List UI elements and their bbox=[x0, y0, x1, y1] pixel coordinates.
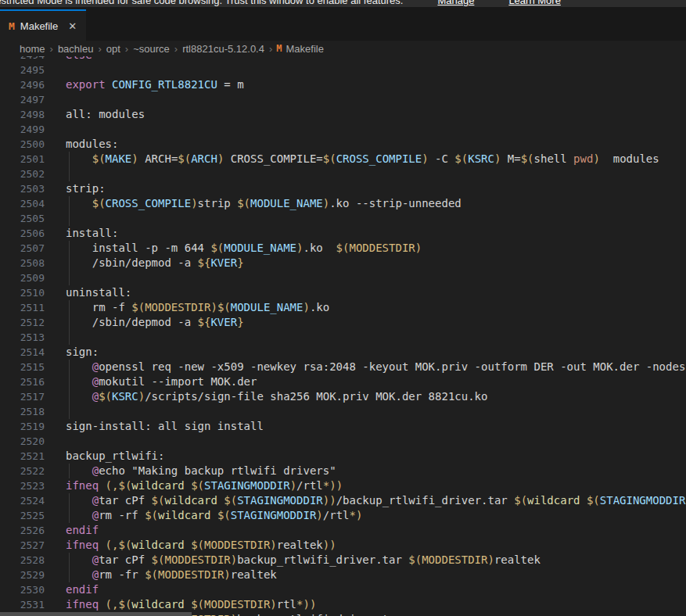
token-punc: ) bbox=[191, 197, 197, 210]
token-punc: $( bbox=[92, 152, 106, 165]
code-line[interactable]: 2515 @openssl req -new -x509 -newkey rsa… bbox=[0, 360, 686, 374]
line-number: 2505 bbox=[0, 211, 45, 226]
token-var: STAGINGMODDIR bbox=[600, 494, 686, 507]
code-line[interactable]: 2528 @tar cPf $(MODDESTDIR)backup_rtlwif… bbox=[0, 553, 686, 568]
code-line[interactable]: 2523ifneq (,$(wildcard $(STAGINGMODDIR)/… bbox=[0, 478, 686, 493]
code-line[interactable]: 2529 @rm -fr $(MODDESTDIR)realtek bbox=[0, 568, 686, 582]
close-icon[interactable]: ✕ bbox=[68, 20, 77, 32]
code-line[interactable]: 2511 rm -f $(MODDESTDIR)$(MODULE_NAME).k… bbox=[0, 300, 686, 315]
token-punc: ) bbox=[316, 509, 322, 521]
line-content: @rm -rf $(wildcard $(STAGINGMODDIR)/rtl*… bbox=[66, 508, 362, 523]
token-punc: $( bbox=[217, 301, 231, 313]
code-line[interactable]: 2509 bbox=[0, 270, 686, 285]
token-punc: ) bbox=[131, 152, 138, 165]
token-txt: modules bbox=[600, 152, 659, 165]
code-line[interactable]: 2513 bbox=[0, 330, 686, 345]
token-punc: $(MODDESTDIR) bbox=[145, 568, 231, 581]
token-kw: ifneq bbox=[66, 539, 99, 551]
code-line[interactable]: 2526endif bbox=[0, 523, 686, 538]
code-line[interactable]: 2527ifneq (,$(wildcard $(MODDESTDIR)real… bbox=[0, 538, 686, 553]
code-line[interactable]: 2519sign-install: all sign install bbox=[0, 419, 686, 434]
code-line[interactable]: 2499 bbox=[0, 122, 686, 137]
line-content: /sbin/depmod -a ${KVER} bbox=[66, 256, 244, 270]
code-line[interactable]: 2505 bbox=[0, 211, 686, 226]
token-punc: *)) bbox=[296, 598, 316, 611]
token-txt: /rtl bbox=[323, 509, 350, 521]
breadcrumb-file[interactable]: MMakefile bbox=[276, 43, 324, 55]
token-kw: @ bbox=[92, 568, 99, 581]
line-content: ifneq (,$(wildcard $(MODDESTDIR)realtek)… bbox=[66, 538, 336, 553]
token-txt: M= bbox=[501, 152, 520, 165]
token-txt: realtek bbox=[494, 553, 541, 566]
token-txt bbox=[580, 494, 587, 507]
breadcrumb-item[interactable]: ~source bbox=[132, 43, 171, 55]
code-line[interactable]: 2494else bbox=[0, 56, 686, 63]
code-line[interactable]: 2501 $(MAKE) ARCH=$(ARCH) CROSS_COMPILE=… bbox=[0, 152, 686, 167]
code-line[interactable]: 2507 install -p -m 644 $(MODULE_NAME).ko… bbox=[0, 241, 686, 256]
code-line[interactable]: 2508 /sbin/depmod -a ${KVER} bbox=[0, 256, 686, 270]
breadcrumb-item[interactable]: home bbox=[19, 43, 46, 55]
code-line[interactable]: 2514sign: bbox=[0, 345, 686, 360]
code-line[interactable]: 2521backup_rtlwifi: bbox=[0, 449, 686, 464]
learn-more-link[interactable]: Learn More bbox=[508, 0, 560, 6]
code-line[interactable]: 2502 bbox=[0, 167, 686, 181]
line-number: 2518 bbox=[0, 404, 45, 419]
token-punc: $( bbox=[99, 390, 112, 403]
tab-label: Makefile bbox=[20, 20, 58, 32]
line-content: export CONFIG_RTL8821CU = m bbox=[66, 77, 244, 92]
code-line[interactable]: 2518 bbox=[0, 404, 686, 419]
code-line[interactable]: 2498all: modules bbox=[0, 107, 686, 122]
code-line[interactable]: 2497 bbox=[0, 92, 686, 107]
code-line[interactable]: 2503strip: bbox=[0, 181, 686, 196]
tab-makefile[interactable]: M Makefile ✕ bbox=[0, 9, 86, 41]
code-line[interactable]: 2506install: bbox=[0, 226, 686, 241]
code-line[interactable]: 2500modules: bbox=[0, 137, 686, 152]
line-number: 2515 bbox=[0, 360, 45, 374]
line-content: uninstall: bbox=[66, 285, 131, 300]
breadcrumb-item[interactable]: rtl8821cu-5.12.0.4 bbox=[181, 43, 265, 55]
editor[interactable]: 2494else24952496export CONFIG_RTL8821CU … bbox=[0, 56, 686, 616]
line-content: endif bbox=[66, 523, 99, 538]
token-fn: wildcard bbox=[131, 479, 184, 492]
token-txt: tar cPf bbox=[99, 553, 151, 566]
token-txt: .ko bbox=[310, 301, 329, 313]
manage-link[interactable]: Manage bbox=[437, 0, 474, 6]
line-content: @mokutil --import MOK.der bbox=[66, 374, 257, 389]
line-number: 2503 bbox=[0, 181, 45, 196]
token-punc: $(MODDESTDIR) bbox=[191, 539, 277, 551]
line-number: 2522 bbox=[0, 464, 45, 478]
code-line[interactable]: 2504 $(CROSS_COMPILE)strip $(MODULE_NAME… bbox=[0, 196, 686, 211]
token-kw: else bbox=[66, 56, 92, 61]
line-content: else bbox=[66, 56, 92, 63]
token-str: pwd bbox=[573, 152, 593, 165]
code-line[interactable]: 2517 @$(KSRC)/scripts/sign-file sha256 M… bbox=[0, 389, 686, 404]
code-line[interactable]: 2530endif bbox=[0, 582, 686, 597]
code-line[interactable]: 2522 @echo "Making backup rtlwifi driver… bbox=[0, 464, 686, 478]
line-number: 2501 bbox=[0, 152, 45, 167]
horizontal-scrollbar[interactable] bbox=[0, 612, 192, 616]
token-punc: ${ bbox=[198, 316, 211, 328]
token-txt bbox=[66, 152, 92, 165]
code-line[interactable]: 2531ifneq (,$(wildcard $(MODDESTDIR)rtl*… bbox=[0, 597, 686, 612]
code-line[interactable]: 2512 /sbin/depmod -a ${KVER} bbox=[0, 315, 686, 330]
code-line[interactable]: 2510uninstall: bbox=[0, 285, 686, 300]
code-line[interactable]: 2524 @tar cPf $(wildcard $(STAGINGMODDIR… bbox=[0, 493, 686, 508]
line-content: $(CROSS_COMPILE)strip $(MODULE_NAME).ko … bbox=[66, 196, 462, 211]
line-number: 2510 bbox=[0, 285, 45, 300]
breadcrumb-item[interactable]: opt bbox=[106, 43, 121, 55]
code-line[interactable]: 2525 @rm -rf $(wildcard $(STAGINGMODDIR)… bbox=[0, 508, 686, 523]
token-txt bbox=[185, 479, 191, 492]
token-kw: @ bbox=[92, 375, 99, 388]
code-line[interactable]: 2496export CONFIG_RTL8821CU = m bbox=[0, 77, 686, 92]
token-var: KVER bbox=[210, 256, 237, 269]
breadcrumb-item[interactable]: bachleu bbox=[57, 43, 95, 55]
token-punc: ) bbox=[323, 197, 329, 210]
line-number: 2495 bbox=[0, 63, 45, 77]
line-number: 2527 bbox=[0, 538, 45, 553]
code-line[interactable]: 2495 bbox=[0, 63, 686, 77]
code-line[interactable]: 2516 @mokutil --import MOK.der bbox=[0, 374, 686, 389]
line-number: 2500 bbox=[0, 137, 45, 152]
line-number: 2496 bbox=[0, 77, 45, 92]
line-number: 2508 bbox=[0, 256, 45, 270]
code-line[interactable]: 2520 bbox=[0, 434, 686, 449]
